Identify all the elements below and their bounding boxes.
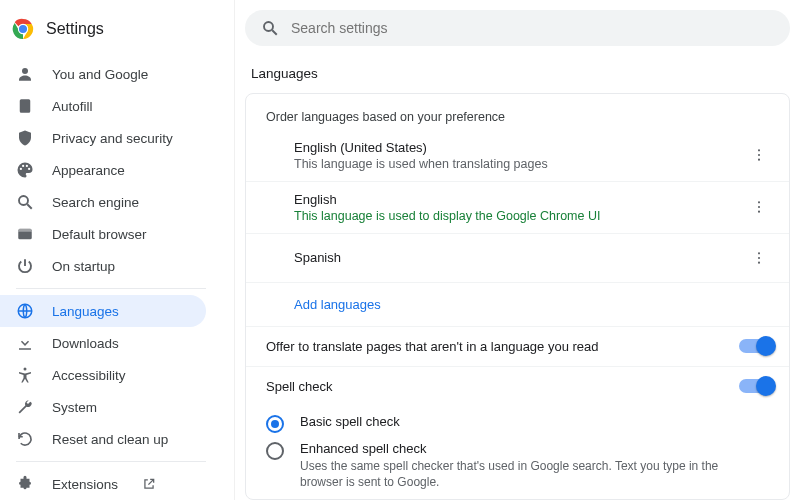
extension-icon (16, 475, 34, 493)
offer-translate-row: Offer to translate pages that aren't in … (246, 326, 789, 366)
sidebar-item-reset[interactable]: Reset and clean up (0, 423, 206, 455)
language-subtext: This language is used to display the Goo… (294, 209, 600, 223)
svg-point-3 (22, 68, 28, 74)
sidebar-item-label: Extensions (52, 477, 118, 492)
sidebar-item-label: Downloads (52, 336, 119, 351)
main: Languages Order languages based on your … (235, 0, 800, 500)
sidebar-item-label: System (52, 400, 97, 415)
order-caption: Order languages based on your preference (246, 98, 789, 130)
divider (16, 288, 206, 289)
sidebar: Settings You and Google Autofill Privacy… (0, 0, 235, 500)
radio-button[interactable] (266, 415, 284, 433)
sidebar-item-on-startup[interactable]: On startup (0, 250, 206, 282)
svg-line-11 (272, 30, 277, 35)
language-name: English (United States) (294, 140, 548, 155)
sidebar-item-system[interactable]: System (0, 391, 206, 423)
sidebar-item-label: Search engine (52, 195, 139, 210)
sidebar-item-label: Appearance (52, 163, 125, 178)
search-icon (16, 193, 34, 211)
wrench-icon (16, 398, 34, 416)
sidebar-item-search-engine[interactable]: Search engine (0, 186, 206, 218)
svg-point-18 (758, 252, 760, 254)
sidebar-item-accessibility[interactable]: Accessibility (0, 359, 206, 391)
spell-check-toggle[interactable] (739, 379, 773, 393)
language-subtext: This language is used when translating p… (294, 157, 548, 171)
svg-point-20 (758, 261, 760, 263)
browser-icon (16, 225, 34, 243)
page-title: Settings (46, 20, 104, 38)
shield-icon (16, 129, 34, 147)
sidebar-item-autofill[interactable]: Autofill (0, 90, 206, 122)
radio-label: Enhanced spell check (300, 441, 720, 456)
language-name: Spanish (294, 250, 341, 265)
sidebar-item-default-browser[interactable]: Default browser (0, 218, 206, 250)
search-bar[interactable] (245, 10, 790, 46)
svg-point-14 (758, 159, 760, 161)
svg-point-19 (758, 257, 760, 259)
clipboard-icon (16, 97, 34, 115)
brand: Settings (0, 18, 234, 58)
sidebar-item-label: Languages (52, 304, 119, 319)
search-icon (261, 19, 279, 37)
radio-subtext: Uses the same spell checker that's used … (300, 458, 720, 492)
language-row: Spanish (246, 234, 789, 283)
accessibility-icon (16, 366, 34, 384)
download-icon (16, 334, 34, 352)
open-external-icon (142, 477, 156, 491)
add-languages-button[interactable]: Add languages (246, 283, 789, 326)
radio-label: Basic spell check (300, 414, 400, 429)
spell-check-row: Spell check (246, 366, 789, 406)
spell-check-label: Spell check (266, 379, 332, 394)
more-options-button[interactable] (745, 244, 773, 272)
svg-rect-7 (18, 229, 32, 232)
svg-line-5 (27, 204, 32, 209)
sidebar-item-extensions[interactable]: Extensions (0, 468, 206, 500)
sidebar-item-label: Default browser (52, 227, 147, 242)
power-icon (16, 257, 34, 275)
chrome-logo-icon (12, 18, 34, 40)
svg-point-4 (19, 196, 28, 205)
section-heading: Languages (251, 66, 790, 81)
nav: You and Google Autofill Privacy and secu… (0, 58, 234, 500)
sidebar-item-downloads[interactable]: Downloads (0, 327, 206, 359)
divider (16, 461, 206, 462)
sidebar-item-label: You and Google (52, 67, 148, 82)
sidebar-item-languages[interactable]: Languages (0, 295, 206, 327)
language-row: English This language is used to display… (246, 182, 789, 234)
restore-icon (16, 430, 34, 448)
sidebar-item-label: On startup (52, 259, 115, 274)
sidebar-item-label: Privacy and security (52, 131, 173, 146)
person-icon (16, 65, 34, 83)
radio-button[interactable] (266, 442, 284, 460)
sidebar-item-privacy[interactable]: Privacy and security (0, 122, 206, 154)
search-input[interactable] (291, 20, 774, 36)
svg-point-13 (758, 154, 760, 156)
svg-point-16 (758, 206, 760, 208)
svg-point-9 (24, 368, 27, 371)
sidebar-item-label: Reset and clean up (52, 432, 168, 447)
svg-point-17 (758, 211, 760, 213)
language-row: English (United States) This language is… (246, 130, 789, 182)
palette-icon (16, 161, 34, 179)
offer-translate-toggle[interactable] (739, 339, 773, 353)
more-options-button[interactable] (745, 193, 773, 221)
language-name: English (294, 192, 600, 207)
sidebar-item-appearance[interactable]: Appearance (0, 154, 206, 186)
sidebar-item-you-and-google[interactable]: You and Google (0, 58, 206, 90)
languages-card: Order languages based on your preference… (245, 93, 790, 500)
sidebar-item-label: Autofill (52, 99, 93, 114)
svg-point-12 (758, 149, 760, 151)
globe-icon (16, 302, 34, 320)
sidebar-item-label: Accessibility (52, 368, 126, 383)
more-options-button[interactable] (745, 141, 773, 169)
basic-spell-check-option[interactable]: Basic spell check (246, 406, 789, 433)
enhanced-spell-check-option[interactable]: Enhanced spell check Uses the same spell… (246, 433, 789, 492)
offer-translate-label: Offer to translate pages that aren't in … (266, 339, 599, 354)
svg-point-15 (758, 201, 760, 203)
svg-point-10 (264, 22, 273, 31)
